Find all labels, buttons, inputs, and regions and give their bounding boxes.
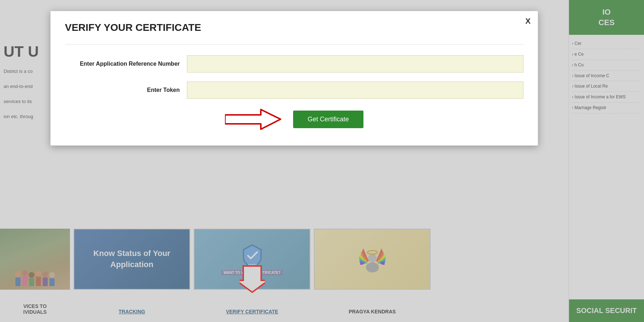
token-row: Enter Token [65,81,523,99]
modal-title: VERIFY YOUR CERTIFICATE [65,22,523,33]
close-button[interactable]: X [525,17,531,26]
token-input[interactable] [187,81,523,99]
app-ref-row: Enter Application Reference Number [65,55,523,73]
svg-marker-5 [225,109,281,129]
modal-divider [65,44,523,45]
app-ref-label: Enter Application Reference Number [65,61,180,67]
modal-dialog: X VERIFY YOUR CERTIFICATE Enter Applicat… [50,11,538,146]
get-certificate-button[interactable]: Get Certificate [293,111,363,128]
button-area: Get Certificate [65,108,523,131]
token-label: Enter Token [65,87,180,93]
app-ref-input[interactable] [187,55,523,73]
right-arrow-icon [225,108,282,131]
